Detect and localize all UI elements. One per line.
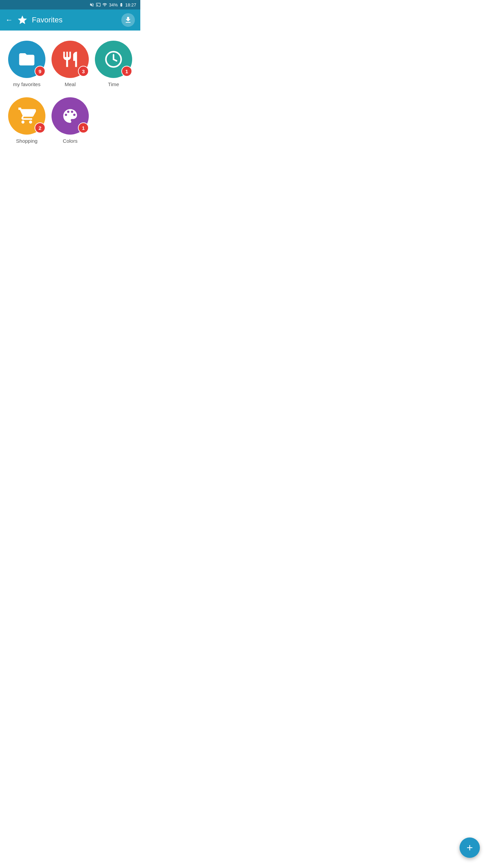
- star-icon: [17, 15, 28, 25]
- category-colors[interactable]: 1 Colors: [50, 97, 90, 144]
- category-my-favorites[interactable]: 9 my favorites: [7, 41, 47, 87]
- mute-icon: [89, 2, 94, 7]
- battery-icon: [119, 3, 123, 7]
- badge-my-favorites: 9: [35, 66, 45, 77]
- circle-meal: 3: [52, 41, 89, 78]
- label-meal: Meal: [65, 81, 76, 87]
- circle-my-favorites: 9: [8, 41, 45, 78]
- app-bar-left: ← Favorites: [5, 15, 62, 25]
- page-title: Favorites: [32, 16, 62, 24]
- status-icons: 34% 18:27: [89, 2, 136, 7]
- app-bar: ← Favorites: [0, 9, 140, 31]
- cart-icon: [18, 107, 36, 125]
- badge-colors: 1: [78, 122, 89, 133]
- category-meal[interactable]: 3 Meal: [50, 41, 90, 87]
- time: 18:27: [125, 2, 136, 7]
- category-shopping[interactable]: 2 Shopping: [7, 97, 47, 144]
- signal-icon: [102, 2, 107, 7]
- download-icon: [124, 16, 132, 24]
- circle-time: 1: [95, 41, 132, 78]
- badge-meal: 3: [78, 66, 89, 77]
- palette-icon: [61, 107, 79, 125]
- cast-icon: [96, 2, 101, 7]
- star-folder-icon: [18, 50, 36, 68]
- circle-shopping: 2: [8, 97, 45, 135]
- category-time[interactable]: 1 Time: [94, 41, 134, 87]
- categories-grid: 9 my favorites 3 Meal 1 Time: [0, 31, 140, 151]
- clock-icon: [104, 50, 123, 68]
- label-time: Time: [108, 81, 119, 87]
- circle-colors: 1: [52, 97, 89, 135]
- battery-percent: 34%: [109, 2, 118, 7]
- back-button[interactable]: ←: [5, 16, 13, 24]
- badge-time: 1: [121, 66, 132, 77]
- download-button[interactable]: [121, 13, 135, 27]
- status-bar: 34% 18:27: [0, 0, 140, 9]
- label-shopping: Shopping: [16, 138, 37, 144]
- label-colors: Colors: [63, 138, 77, 144]
- fork-spoon-icon: [61, 50, 79, 68]
- label-my-favorites: my favorites: [13, 81, 41, 87]
- badge-shopping: 2: [35, 122, 45, 133]
